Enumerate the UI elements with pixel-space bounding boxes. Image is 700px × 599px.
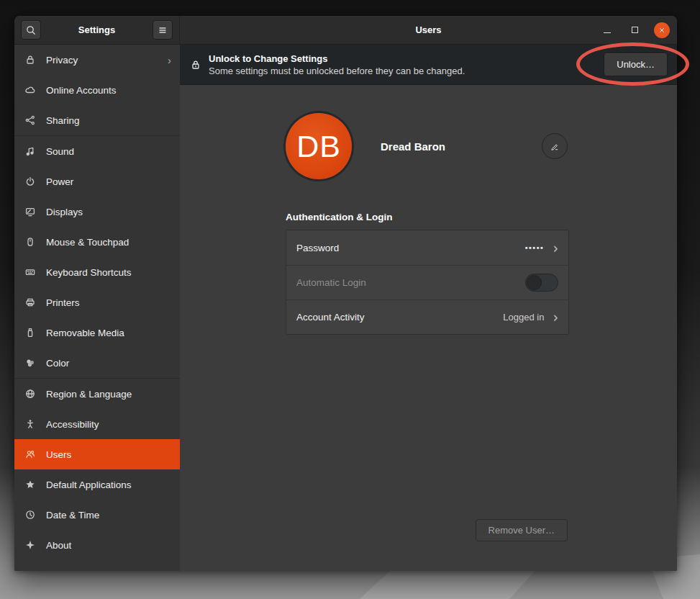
account-activity-value: Logged in	[503, 312, 544, 323]
globe-icon	[24, 388, 36, 400]
section-title: Authentication & Login	[286, 212, 569, 222]
sidebar-item-displays[interactable]: Displays	[14, 197, 180, 227]
unlock-button[interactable]: Unlock…	[604, 53, 668, 76]
settings-window: Settings Users Privacy › Online Accounts…	[14, 16, 677, 571]
sidebar-item-label: Keyboard Shortcuts	[46, 267, 132, 278]
keyboard-icon	[24, 266, 36, 278]
lock-icon	[24, 54, 36, 66]
color-icon	[24, 357, 36, 369]
menu-button[interactable]	[153, 20, 173, 40]
sidebar-item-privacy[interactable]: Privacy ›	[14, 45, 180, 75]
power-icon	[24, 176, 36, 187]
sidebar-item-region-language[interactable]: Region & Language	[14, 379, 180, 409]
usb-icon	[24, 327, 36, 338]
pencil-icon	[550, 141, 560, 151]
sidebar-item-label: Mouse & Touchpad	[46, 237, 129, 248]
row-label: Automatic Login	[296, 277, 366, 288]
sidebar-item-date-time[interactable]: Date & Time	[14, 500, 180, 530]
lock-icon	[190, 59, 201, 71]
sidebar-item-label: Default Applications	[46, 479, 132, 490]
search-button[interactable]	[21, 20, 41, 40]
sidebar-item-label: Removable Media	[46, 328, 124, 338]
unlock-banner: Unlock to Change Settings Some settings …	[180, 45, 677, 85]
sidebar-header: Settings	[14, 16, 180, 45]
sidebar-item-about[interactable]: About	[14, 530, 180, 560]
sidebar-item-mouse-touchpad[interactable]: Mouse & Touchpad	[14, 227, 180, 257]
sidebar-item-keyboard-shortcuts[interactable]: Keyboard Shortcuts	[14, 257, 180, 287]
password-row[interactable]: Password ••••• ›	[286, 230, 568, 265]
sidebar-item-label: About	[46, 540, 71, 551]
sidebar-item-label: Displays	[46, 207, 83, 217]
sidebar-item-label: Color	[46, 358, 69, 369]
sidebar-item-label: Online Accounts	[46, 85, 117, 96]
account-activity-row[interactable]: Account Activity Logged in ›	[286, 300, 568, 334]
hamburger-icon	[157, 24, 168, 36]
sidebar-item-label: Region & Language	[46, 389, 132, 400]
user-name: Dread Baron	[381, 140, 445, 153]
sidebar-item-online-accounts[interactable]: Online Accounts	[14, 75, 180, 105]
sparkle-icon	[24, 539, 36, 551]
edit-name-button[interactable]	[542, 133, 568, 159]
main-header: Users	[180, 16, 677, 45]
sidebar-item-label: Date & Time	[46, 510, 99, 521]
toggle-knob	[527, 275, 542, 290]
sidebar-title: Settings	[78, 24, 115, 35]
sidebar-item-label: Privacy	[46, 55, 78, 66]
users-icon	[24, 449, 36, 460]
sidebar-item-label: Power	[46, 176, 73, 187]
sidebar-item-accessibility[interactable]: Accessibility	[14, 409, 180, 439]
star-icon	[24, 479, 36, 490]
sidebar-item-sharing[interactable]: Sharing	[14, 105, 180, 135]
clock-icon	[24, 509, 36, 521]
sidebar-item-removable-media[interactable]: Removable Media	[14, 317, 180, 348]
banner-title: Unlock to Change Settings	[209, 53, 465, 64]
share-icon	[24, 114, 36, 126]
chevron-right-icon: ›	[553, 240, 558, 256]
sidebar-item-printers[interactable]: Printers	[14, 287, 180, 317]
sidebar-item-label: Sharing	[46, 115, 80, 126]
minimize-icon	[604, 32, 611, 33]
automatic-login-row: Automatic Login	[286, 265, 568, 300]
maximize-button[interactable]	[627, 22, 642, 38]
chevron-right-icon: ›	[553, 310, 558, 325]
sidebar-item-label: Users	[46, 449, 71, 460]
banner-text: Unlock to Change Settings Some settings …	[209, 53, 465, 76]
automatic-login-toggle[interactable]	[525, 274, 558, 292]
content-area: DB Dread Baron Authentication & Login Pa…	[180, 85, 677, 571]
sidebar-item-users[interactable]: Users	[14, 439, 180, 469]
main-panel: Unlock to Change Settings Some settings …	[180, 45, 677, 571]
row-label: Password	[296, 243, 339, 253]
chevron-right-icon: ›	[168, 55, 171, 66]
auth-list: Password ••••• › Automatic Login Acco	[286, 230, 569, 335]
password-dots: •••••	[525, 243, 545, 252]
avatar: DB	[286, 113, 352, 179]
page-title: Users	[415, 24, 441, 35]
sidebar-item-color[interactable]: Color	[14, 348, 180, 378]
sidebar-item-label: Printers	[46, 297, 80, 308]
printer-icon	[24, 297, 36, 308]
row-label: Account Activity	[296, 312, 365, 323]
sound-icon	[24, 145, 36, 157]
sidebar-item-sound[interactable]: Sound	[14, 136, 180, 166]
user-block: DB Dread Baron	[286, 113, 569, 179]
window-controls	[599, 16, 670, 44]
cloud-icon	[24, 84, 36, 96]
banner-subtitle: Some settings must be unlocked before th…	[209, 66, 465, 76]
close-button[interactable]	[654, 22, 670, 38]
search-icon	[25, 24, 37, 36]
sidebar-item-default-applications[interactable]: Default Applications	[14, 469, 180, 500]
close-icon	[658, 26, 666, 35]
minimize-button[interactable]	[599, 22, 615, 38]
mouse-icon	[24, 236, 36, 248]
maximize-icon	[632, 27, 638, 33]
sidebar: Privacy › Online Accounts Sharing Sound …	[14, 45, 180, 571]
remove-user-button[interactable]: Remove User…	[476, 519, 568, 541]
accessibility-icon	[24, 418, 36, 430]
display-icon	[24, 206, 36, 217]
sidebar-item-label: Sound	[46, 146, 74, 157]
sidebar-item-label: Accessibility	[46, 419, 99, 430]
sidebar-item-power[interactable]: Power	[14, 166, 180, 197]
